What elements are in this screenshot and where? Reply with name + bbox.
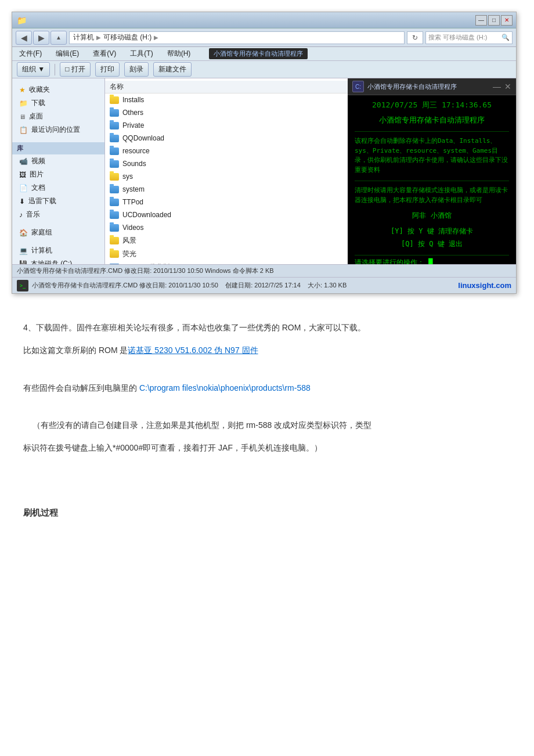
prog-key-q: [Q] 按 Q 键 退出 bbox=[355, 238, 509, 251]
folder-icon bbox=[110, 223, 119, 232]
article-text-5: 标识符在拨号键盘上输入*#0000#即可查看，接着打开 JAF，手机关机连接电脑… bbox=[23, 443, 322, 452]
address-path[interactable]: 计算机 ▶ 可移动磁盘 (H:) ▶ bbox=[69, 31, 405, 44]
sidebar-item-image[interactable]: 🖼 图片 bbox=[12, 168, 104, 181]
sidebar-item-download[interactable]: 📁 下载 bbox=[12, 96, 104, 110]
article-link-rom[interactable]: 诺基亚 5230 V51.6.002 伪 N97 固件 bbox=[128, 345, 258, 355]
folder-icon bbox=[110, 172, 119, 181]
list-item[interactable]: Private bbox=[105, 119, 348, 132]
print-button[interactable]: 打印 bbox=[95, 62, 120, 77]
article-content: 4、下载固件。固件在塞班相关论坛有很多，而本站也收集了一些优秀的 ROM，大家可… bbox=[12, 311, 522, 535]
list-item[interactable]: Others bbox=[105, 106, 348, 119]
monitor-icon: 🖥 bbox=[19, 113, 26, 120]
music-icon: ♪ bbox=[19, 211, 23, 219]
folder-icon bbox=[110, 121, 119, 130]
title-bar-controls: — □ ✕ bbox=[475, 15, 513, 26]
list-item[interactable]: 荧光 bbox=[105, 247, 348, 261]
sidebar-label-music: 音乐 bbox=[26, 210, 40, 219]
folder-icon bbox=[110, 197, 119, 207]
folder-icon bbox=[110, 108, 119, 117]
sidebar-section-homegroup: 🏠 家庭组 bbox=[12, 226, 104, 239]
nav-buttons: ◀ ▶ ▲ bbox=[16, 31, 67, 45]
file-name: 荧光 bbox=[122, 249, 136, 259]
footer-text1: 小酒馆专用存储卡自动清理程序.CMD 修改日期: 2010/11/30 10:5… bbox=[32, 282, 218, 289]
prog-header: C: 小酒馆专用存储卡自动清理程序 — ✕ bbox=[348, 78, 516, 95]
thunder-icon: ⬇ bbox=[19, 197, 25, 206]
file-name: Sounds bbox=[122, 160, 146, 168]
prog-prompt: 请选择要进行的操作： █ bbox=[355, 255, 509, 264]
computer-icon: 💻 bbox=[19, 247, 28, 255]
prog-desc2: 清理时候请用大容量存储模式连接电脑，或者是用读卡器连接电脑，把本程序放入存储卡根… bbox=[355, 181, 509, 205]
image-icon: 🖼 bbox=[19, 171, 26, 179]
up-button[interactable]: ▲ bbox=[50, 31, 67, 45]
sidebar-item-doc[interactable]: 📄 文档 bbox=[12, 181, 104, 195]
list-item[interactable]: ⚙ C6 Anna优化版.sis bbox=[105, 261, 348, 264]
title-bar-left: 📁 bbox=[17, 16, 27, 25]
search-box[interactable]: 搜索 可移动磁盘 (H:) 🔍 bbox=[425, 31, 513, 44]
article-para-5: 标识符在拨号键盘上输入*#0000#即可查看，接着打开 JAF，手机关机连接电脑… bbox=[23, 441, 511, 455]
sidebar-item-music[interactable]: ♪ 音乐 bbox=[12, 208, 104, 221]
list-item[interactable]: Videos bbox=[105, 221, 348, 234]
prog-window-title: 小酒馆专用存储卡自动清理程序 bbox=[367, 82, 457, 91]
menu-help[interactable]: 帮助(H) bbox=[165, 48, 193, 60]
minimize-button[interactable]: — bbox=[475, 15, 487, 26]
footer-logo-text2: .com bbox=[494, 281, 511, 290]
toolbar-separator-1 bbox=[55, 64, 55, 75]
folder-icon bbox=[110, 146, 119, 156]
file-panel: 名称 Installs Others Private bbox=[105, 78, 348, 264]
new-folder-button[interactable]: 新建文件 bbox=[153, 62, 192, 77]
list-item[interactable]: Sounds bbox=[105, 157, 348, 170]
sidebar-label-video: 视频 bbox=[31, 156, 45, 166]
path-arrow-2: ▶ bbox=[154, 34, 158, 41]
list-item[interactable]: 风景 bbox=[105, 234, 348, 247]
list-item[interactable]: UCDownloaded bbox=[105, 208, 348, 221]
list-item[interactable]: Installs bbox=[105, 93, 348, 106]
prog-close-button[interactable]: ✕ bbox=[504, 82, 511, 91]
forward-button[interactable]: ▶ bbox=[33, 31, 49, 45]
engrave-button[interactable]: 刻录 bbox=[124, 62, 149, 77]
menu-edit[interactable]: 编辑(E) bbox=[53, 48, 81, 60]
sidebar-item-thunder[interactable]: ⬇ 迅雷下载 bbox=[12, 195, 104, 208]
sidebar-header-library[interactable]: 库 bbox=[12, 142, 104, 154]
prog-name: 小酒馆专用存储卡自动清理程序 bbox=[355, 115, 509, 125]
list-item[interactable]: resource bbox=[105, 145, 348, 157]
article-text-2-prefix: 比如这篇文章所刷的 ROM 是 bbox=[23, 345, 128, 355]
status-text: 小酒馆专用存储卡自动清理程序.CMD 修改日期: 2010/11/30 10:5… bbox=[17, 267, 274, 275]
prog-brand: 阿非 小酒馆 bbox=[355, 211, 509, 221]
sidebar-label-doc: 文档 bbox=[31, 183, 45, 193]
footer-text2: 创建日期: 2012/7/25 17:14 bbox=[225, 282, 301, 289]
close-button[interactable]: ✕ bbox=[501, 15, 513, 26]
path-drive[interactable]: 可移动磁盘 (H:) bbox=[103, 33, 151, 42]
footer-logo-text1: linuxsight bbox=[458, 281, 493, 290]
prog-minimize-button[interactable]: — bbox=[493, 82, 501, 91]
file-name: Videos bbox=[122, 224, 143, 232]
open-button[interactable]: □ 打开 bbox=[60, 62, 91, 77]
list-item[interactable]: system bbox=[105, 183, 348, 196]
sidebar-item-video[interactable]: 📹 视频 bbox=[12, 154, 104, 168]
maximize-button[interactable]: □ bbox=[488, 15, 500, 26]
sidebar-label-drive-c: 本地磁盘 (C:) bbox=[31, 259, 72, 264]
path-computer[interactable]: 计算机 bbox=[73, 33, 94, 42]
menu-file[interactable]: 文件(F) bbox=[17, 48, 44, 60]
sidebar-item-computer[interactable]: 💻 计算机 bbox=[12, 244, 104, 257]
menu-view[interactable]: 查看(V) bbox=[91, 48, 118, 60]
menu-tools[interactable]: 工具(T) bbox=[128, 48, 155, 60]
file-name: 风景 bbox=[122, 236, 136, 246]
prog-body: 2012/07/25 周三 17:14:36.65 小酒馆专用存储卡自动清理程序… bbox=[348, 95, 516, 264]
refresh-button[interactable]: ↻ bbox=[407, 31, 423, 44]
sidebar-item-desktop[interactable]: 🖥 桌面 bbox=[12, 110, 104, 123]
sidebar-item-recent[interactable]: 📋 最近访问的位置 bbox=[12, 123, 104, 136]
prog-datetime: 2012/07/25 周三 17:14:36.65 bbox=[355, 100, 509, 110]
organize-button[interactable]: 组织 ▼ bbox=[17, 62, 50, 77]
list-item[interactable]: sys bbox=[105, 170, 348, 183]
sis-file-icon: ⚙ bbox=[110, 263, 119, 265]
column-name: 名称 bbox=[110, 82, 343, 92]
file-list: 名称 Installs Others Private bbox=[105, 78, 348, 264]
list-item[interactable]: TTPod bbox=[105, 196, 348, 208]
path-arrow-1: ▶ bbox=[96, 34, 101, 41]
prog-desc1: 该程序会自动删除存储卡上的Data、Installs、sys、Private、r… bbox=[355, 131, 509, 175]
back-button[interactable]: ◀ bbox=[16, 31, 32, 45]
sidebar-item-homegroup[interactable]: 🏠 家庭组 bbox=[12, 226, 104, 239]
sidebar-item-drive-c[interactable]: 💾 本地磁盘 (C:) bbox=[12, 257, 104, 264]
sidebar-item-favorites[interactable]: ★ 收藏夹 bbox=[12, 83, 104, 96]
list-item[interactable]: QQDownload bbox=[105, 132, 348, 145]
